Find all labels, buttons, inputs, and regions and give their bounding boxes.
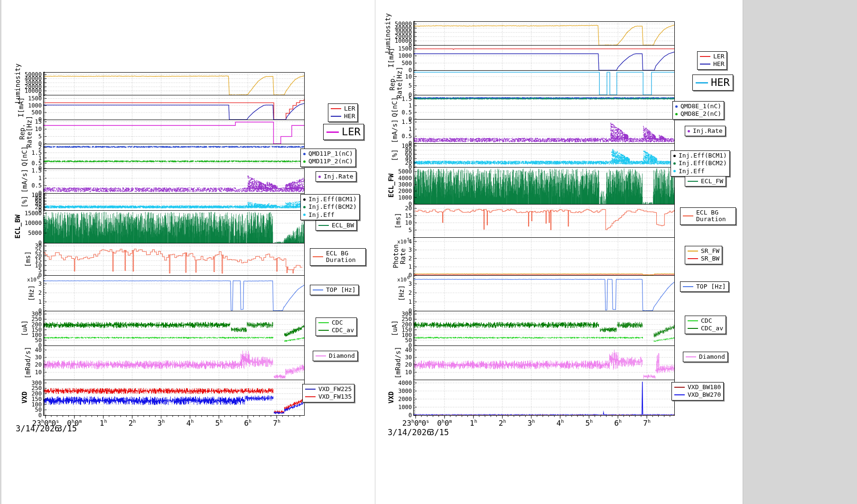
panel-right: 3/14/2026 3/15 LERHERHERQMD8E_1(nC)QMD8E… xyxy=(375,0,743,504)
date-label-secondary: 3/15 xyxy=(57,424,77,433)
date-label-secondary: 3/15 xyxy=(429,428,449,437)
date-label-primary: 3/14/2026 xyxy=(388,428,431,437)
panel-left: 3/14/2026 3/15 LERHERLERQMD11P_1(nC)QMD1… xyxy=(1,0,375,504)
date-label-primary: 3/14/2026 xyxy=(16,424,59,433)
monitoring-dashboard: 3/14/2026 3/15 LERHERLERQMD11P_1(nC)QMD1… xyxy=(0,0,857,504)
right-gutter xyxy=(743,0,857,504)
